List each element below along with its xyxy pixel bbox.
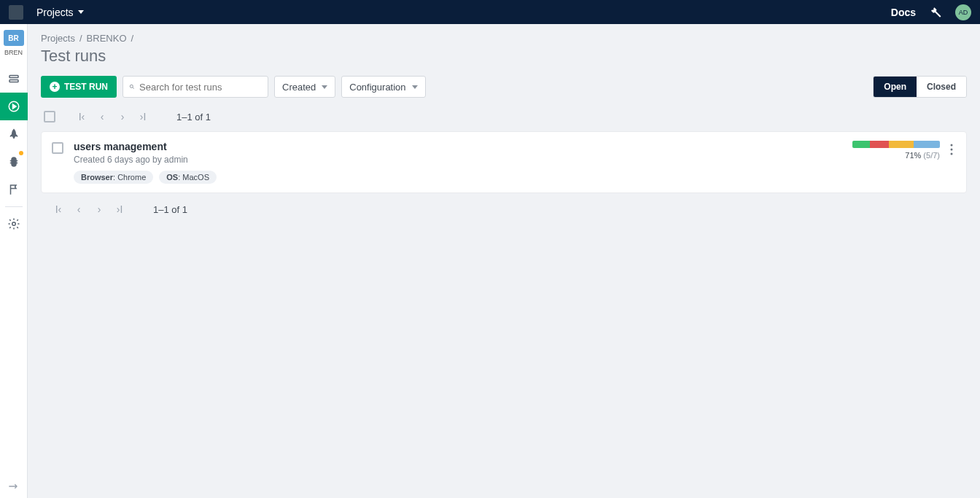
nav-suites-icon[interactable] [0,65,28,93]
svg-point-6 [951,144,953,147]
prev-page-button[interactable]: ‹ [93,108,111,125]
row-more-icon[interactable] [947,141,956,158]
pagination-top: I‹ ‹ › ›I 1–1 of 1 [41,105,967,131]
nav-milestones-icon[interactable] [0,176,28,203]
configuration-filter[interactable]: Configuration [341,76,425,98]
progress-blocked [889,141,914,148]
search-input[interactable] [139,82,262,93]
configuration-label: Configuration [349,82,405,93]
settings-icon[interactable] [929,6,942,19]
svg-rect-0 [9,76,18,78]
projects-menu[interactable]: Projects [36,7,84,18]
toolbar: + TEST RUN Created Configuration Open Cl… [41,76,967,98]
pagination-range: 1–1 of 1 [153,204,187,215]
pagination-bottom: I‹ ‹ › ›I 1–1 of 1 [41,193,967,218]
chevron-down-icon [78,10,84,14]
pagination-range: 1–1 of 1 [176,112,211,122]
breadcrumb-sep: / [79,33,82,44]
row-checkbox[interactable] [52,142,63,154]
nav-test-runs-icon[interactable] [0,93,28,120]
sidebar: BR BREN [0,24,28,498]
created-label: Created [282,82,316,93]
next-page-button[interactable]: › [90,201,108,218]
nav-settings-icon[interactable] [0,210,28,238]
logo-icon[interactable] [9,5,23,20]
last-page-button[interactable]: ›I [134,108,152,125]
select-all-checkbox[interactable] [44,111,55,122]
progress-untested [914,141,940,148]
test-run-label: TEST RUN [64,82,108,92]
run-meta: Created 6 days ago by admin [74,155,852,165]
project-badge[interactable]: BR [4,30,24,46]
page-title: Test runs [41,47,967,66]
plus-icon: + [50,82,60,92]
progress-bar [852,141,940,148]
svg-marker-3 [12,104,16,109]
svg-point-8 [951,153,953,155]
os-tag: OS: MacOS [159,171,217,184]
topbar: Projects Docs AD [0,0,980,24]
nav-defects-icon[interactable] [0,148,28,176]
docs-link[interactable]: Docs [891,7,916,18]
collapse-sidebar-icon[interactable] [8,482,20,491]
nav-launches-icon[interactable] [0,120,28,148]
progress-failed [870,141,889,148]
status-segment: Open Closed [873,76,967,98]
closed-tab[interactable]: Closed [917,77,966,97]
first-page-button[interactable]: I‹ [50,201,67,218]
progress-percent: 71% (5/7) [905,151,940,160]
open-tab[interactable]: Open [874,77,917,97]
svg-point-4 [12,222,15,226]
breadcrumb: Projects / BRENKO / [41,33,967,44]
breadcrumb-projects[interactable]: Projects [41,33,75,44]
chevron-down-icon [412,85,418,89]
projects-label: Projects [36,7,74,18]
user-avatar[interactable]: AD [955,4,971,20]
browser-tag: Browser: Chrome [74,171,153,184]
run-title: users management [74,141,852,152]
svg-rect-1 [9,80,18,82]
first-page-button[interactable]: I‹ [73,108,90,125]
breadcrumb-sep: / [131,33,134,44]
last-page-button[interactable]: ›I [111,201,128,218]
notification-dot-icon [19,151,23,155]
next-page-button[interactable]: › [114,108,131,125]
svg-point-5 [130,85,133,87]
main-content: Projects / BRENKO / Test runs + TEST RUN… [28,24,980,498]
svg-point-7 [951,149,953,151]
progress-passed [852,141,870,148]
created-filter[interactable]: Created [274,76,335,98]
project-short-label: BREN [4,49,23,56]
prev-page-button[interactable]: ‹ [70,201,88,218]
new-test-run-button[interactable]: + TEST RUN [41,76,117,98]
search-icon [129,81,135,93]
chevron-down-icon [322,85,327,89]
search-wrapper[interactable] [122,76,268,98]
breadcrumb-project-name[interactable]: BRENKO [87,33,127,44]
test-run-card[interactable]: users management Created 6 days ago by a… [41,131,967,193]
avatar-initials: AD [959,9,968,16]
